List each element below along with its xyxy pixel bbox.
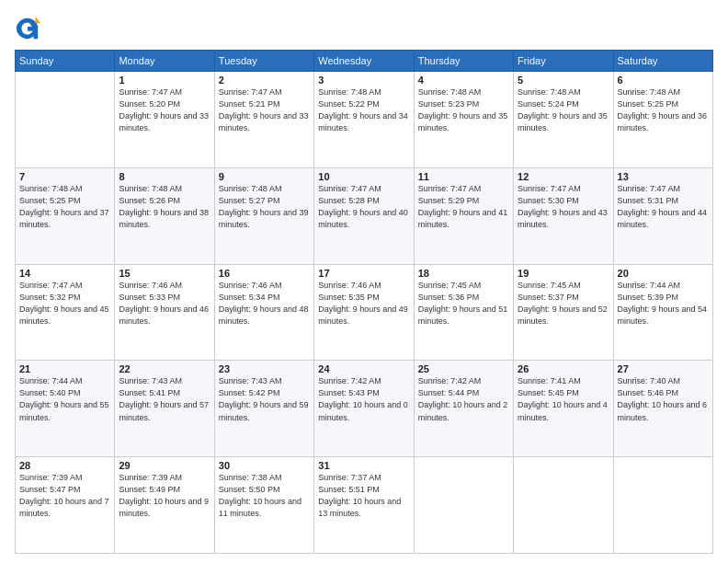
day-number: 26: [518, 363, 609, 374]
day-number: 15: [119, 268, 210, 279]
day-info: Sunrise: 7:47 AMSunset: 5:32 PMDaylight:…: [19, 280, 110, 327]
day-number: 2: [219, 75, 310, 86]
weekday-row: SundayMondayTuesdayWednesdayThursdayFrid…: [16, 51, 713, 72]
day-number: 21: [19, 363, 110, 374]
day-info: Sunrise: 7:48 AMSunset: 5:23 PMDaylight:…: [418, 86, 509, 134]
weekday-header: Friday: [514, 51, 613, 72]
day-number: 16: [219, 268, 310, 279]
day-info: Sunrise: 7:44 AMSunset: 5:39 PMDaylight:…: [618, 280, 709, 327]
day-number: 8: [119, 171, 210, 182]
day-info: Sunrise: 7:42 AMSunset: 5:44 PMDaylight:…: [418, 375, 509, 423]
day-info: Sunrise: 7:46 AMSunset: 5:33 PMDaylight:…: [119, 280, 210, 327]
header: [15, 15, 713, 40]
calendar-cell: 2Sunrise: 7:47 AMSunset: 5:21 PMDaylight…: [214, 72, 313, 168]
calendar-body: 1Sunrise: 7:47 AMSunset: 5:20 PMDaylight…: [16, 72, 713, 554]
day-info: Sunrise: 7:38 AMSunset: 5:50 PMDaylight:…: [219, 472, 310, 520]
day-info: Sunrise: 7:42 AMSunset: 5:43 PMDaylight:…: [318, 375, 409, 423]
calendar-cell: 23Sunrise: 7:43 AMSunset: 5:42 PMDayligh…: [214, 361, 313, 457]
day-info: Sunrise: 7:48 AMSunset: 5:22 PMDaylight:…: [318, 86, 409, 134]
day-number: 22: [119, 363, 210, 374]
calendar-cell: [16, 72, 115, 168]
calendar-cell: [613, 457, 712, 554]
day-info: Sunrise: 7:48 AMSunset: 5:26 PMDaylight:…: [119, 183, 210, 231]
day-number: 23: [219, 363, 310, 374]
day-info: Sunrise: 7:46 AMSunset: 5:34 PMDaylight:…: [219, 280, 310, 327]
calendar-cell: 12Sunrise: 7:47 AMSunset: 5:30 PMDayligh…: [514, 167, 613, 264]
day-number: 31: [318, 460, 409, 471]
calendar-cell: 15Sunrise: 7:46 AMSunset: 5:33 PMDayligh…: [115, 264, 214, 361]
logo-icon: [15, 15, 40, 40]
day-number: 1: [119, 75, 210, 86]
page: SundayMondayTuesdayWednesdayThursdayFrid…: [0, 0, 728, 563]
calendar-cell: 7Sunrise: 7:48 AMSunset: 5:25 PMDaylight…: [16, 167, 115, 264]
calendar-cell: 18Sunrise: 7:45 AMSunset: 5:36 PMDayligh…: [414, 264, 513, 361]
day-info: Sunrise: 7:37 AMSunset: 5:51 PMDaylight:…: [318, 472, 409, 520]
day-info: Sunrise: 7:47 AMSunset: 5:29 PMDaylight:…: [418, 183, 509, 231]
day-number: 28: [19, 460, 110, 471]
day-info: Sunrise: 7:44 AMSunset: 5:40 PMDaylight:…: [19, 375, 110, 423]
day-info: Sunrise: 7:43 AMSunset: 5:42 PMDaylight:…: [219, 375, 310, 423]
day-info: Sunrise: 7:48 AMSunset: 5:25 PMDaylight:…: [19, 183, 110, 231]
calendar-header: SundayMondayTuesdayWednesdayThursdayFrid…: [16, 51, 713, 72]
calendar-cell: 9Sunrise: 7:48 AMSunset: 5:27 PMDaylight…: [214, 167, 313, 264]
day-number: 30: [219, 460, 310, 471]
day-info: Sunrise: 7:41 AMSunset: 5:45 PMDaylight:…: [518, 375, 609, 423]
day-number: 4: [418, 75, 509, 86]
calendar-table: SundayMondayTuesdayWednesdayThursdayFrid…: [15, 50, 713, 554]
day-number: 14: [19, 268, 110, 279]
day-number: 3: [318, 75, 409, 86]
calendar-cell: 17Sunrise: 7:46 AMSunset: 5:35 PMDayligh…: [314, 264, 414, 361]
calendar-cell: 10Sunrise: 7:47 AMSunset: 5:28 PMDayligh…: [314, 167, 414, 264]
day-info: Sunrise: 7:45 AMSunset: 5:37 PMDaylight:…: [518, 280, 609, 327]
calendar-cell: 13Sunrise: 7:47 AMSunset: 5:31 PMDayligh…: [613, 167, 712, 264]
day-info: Sunrise: 7:47 AMSunset: 5:30 PMDaylight:…: [518, 183, 609, 231]
calendar-week-row: 14Sunrise: 7:47 AMSunset: 5:32 PMDayligh…: [16, 264, 713, 361]
logo: [15, 15, 44, 40]
day-info: Sunrise: 7:47 AMSunset: 5:28 PMDaylight:…: [318, 183, 409, 231]
calendar-cell: 4Sunrise: 7:48 AMSunset: 5:23 PMDaylight…: [414, 72, 513, 168]
weekday-header: Thursday: [414, 51, 513, 72]
day-info: Sunrise: 7:47 AMSunset: 5:31 PMDaylight:…: [618, 183, 709, 231]
calendar-week-row: 28Sunrise: 7:39 AMSunset: 5:47 PMDayligh…: [16, 457, 713, 554]
calendar-cell: 26Sunrise: 7:41 AMSunset: 5:45 PMDayligh…: [514, 361, 613, 457]
weekday-header: Wednesday: [314, 51, 414, 72]
calendar-cell: 31Sunrise: 7:37 AMSunset: 5:51 PMDayligh…: [314, 457, 414, 554]
calendar-cell: 16Sunrise: 7:46 AMSunset: 5:34 PMDayligh…: [214, 264, 313, 361]
calendar-cell: 6Sunrise: 7:48 AMSunset: 5:25 PMDaylight…: [613, 72, 712, 168]
day-number: 18: [418, 268, 509, 279]
calendar-cell: 25Sunrise: 7:42 AMSunset: 5:44 PMDayligh…: [414, 361, 513, 457]
calendar-cell: 19Sunrise: 7:45 AMSunset: 5:37 PMDayligh…: [514, 264, 613, 361]
day-info: Sunrise: 7:48 AMSunset: 5:27 PMDaylight:…: [219, 183, 310, 231]
day-info: Sunrise: 7:39 AMSunset: 5:47 PMDaylight:…: [19, 472, 110, 520]
day-number: 25: [418, 363, 509, 374]
day-info: Sunrise: 7:48 AMSunset: 5:24 PMDaylight:…: [518, 86, 609, 134]
calendar-cell: 21Sunrise: 7:44 AMSunset: 5:40 PMDayligh…: [16, 361, 115, 457]
calendar-week-row: 21Sunrise: 7:44 AMSunset: 5:40 PMDayligh…: [16, 361, 713, 457]
calendar-cell: 3Sunrise: 7:48 AMSunset: 5:22 PMDaylight…: [314, 72, 414, 168]
day-number: 5: [518, 75, 609, 86]
day-info: Sunrise: 7:47 AMSunset: 5:20 PMDaylight:…: [119, 86, 210, 134]
calendar-cell: [514, 457, 613, 554]
day-info: Sunrise: 7:47 AMSunset: 5:21 PMDaylight:…: [219, 86, 310, 134]
calendar-cell: 20Sunrise: 7:44 AMSunset: 5:39 PMDayligh…: [613, 264, 712, 361]
weekday-header: Tuesday: [214, 51, 313, 72]
calendar-cell: 28Sunrise: 7:39 AMSunset: 5:47 PMDayligh…: [16, 457, 115, 554]
calendar-cell: 1Sunrise: 7:47 AMSunset: 5:20 PMDaylight…: [115, 72, 214, 168]
calendar-cell: 24Sunrise: 7:42 AMSunset: 5:43 PMDayligh…: [314, 361, 414, 457]
calendar-cell: 29Sunrise: 7:39 AMSunset: 5:49 PMDayligh…: [115, 457, 214, 554]
day-info: Sunrise: 7:46 AMSunset: 5:35 PMDaylight:…: [318, 280, 409, 327]
day-number: 19: [518, 268, 609, 279]
day-number: 29: [119, 460, 210, 471]
day-number: 9: [219, 171, 310, 182]
day-number: 27: [618, 363, 709, 374]
calendar-cell: 8Sunrise: 7:48 AMSunset: 5:26 PMDaylight…: [115, 167, 214, 264]
day-number: 13: [618, 171, 709, 182]
day-number: 12: [518, 171, 609, 182]
calendar-cell: 14Sunrise: 7:47 AMSunset: 5:32 PMDayligh…: [16, 264, 115, 361]
calendar-cell: 22Sunrise: 7:43 AMSunset: 5:41 PMDayligh…: [115, 361, 214, 457]
calendar-cell: 30Sunrise: 7:38 AMSunset: 5:50 PMDayligh…: [214, 457, 313, 554]
day-number: 6: [618, 75, 709, 86]
day-info: Sunrise: 7:45 AMSunset: 5:36 PMDaylight:…: [418, 280, 509, 327]
day-number: 7: [19, 171, 110, 182]
day-info: Sunrise: 7:48 AMSunset: 5:25 PMDaylight:…: [618, 86, 709, 134]
